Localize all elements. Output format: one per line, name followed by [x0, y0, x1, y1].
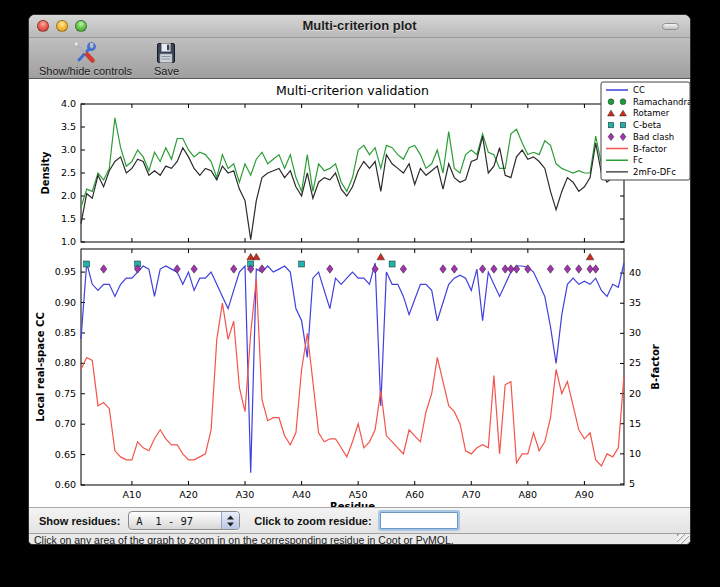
- status-text: Click on any area of the graph to zoom i…: [34, 534, 454, 545]
- svg-text:5: 5: [629, 478, 635, 489]
- toolbar-button-label: Show/hide controls: [39, 65, 132, 77]
- zoom-residue-input[interactable]: [380, 512, 458, 529]
- svg-text:3.0: 3.0: [61, 144, 76, 155]
- svg-text:Residue: Residue: [330, 501, 375, 507]
- svg-text:2.5: 2.5: [61, 167, 76, 178]
- plot-area: A10A20A30A40A50A60A70A80A90Residue1.01.5…: [29, 79, 690, 507]
- svg-text:35: 35: [629, 297, 641, 308]
- svg-text:Bad clash: Bad clash: [633, 132, 674, 142]
- svg-text:0.90: 0.90: [55, 297, 76, 308]
- toolbar-button-label: Save: [154, 65, 179, 77]
- svg-text:25: 25: [629, 357, 641, 368]
- svg-text:3.5: 3.5: [61, 121, 76, 132]
- svg-text:A20: A20: [179, 489, 198, 500]
- svg-text:20: 20: [629, 388, 641, 399]
- svg-text:Ramachandran: Ramachandran: [633, 97, 691, 107]
- svg-text:A30: A30: [236, 489, 255, 500]
- svg-text:A60: A60: [405, 489, 424, 500]
- svg-text:30: 30: [629, 327, 641, 338]
- plot-canvas[interactable]: A10A20A30A40A50A60A70A80A90Residue1.01.5…: [29, 79, 691, 507]
- svg-text:2.0: 2.0: [61, 190, 76, 201]
- stepper-arrows-icon: [221, 512, 239, 529]
- svg-text:A10: A10: [123, 489, 142, 500]
- svg-text:0.85: 0.85: [55, 327, 76, 338]
- show-residues-label: Show residues:: [39, 515, 120, 527]
- svg-text:0.95: 0.95: [55, 266, 76, 277]
- svg-text:0.75: 0.75: [55, 388, 76, 399]
- svg-text:A70: A70: [462, 489, 481, 500]
- show-hide-controls-button[interactable]: Show/hide controls: [39, 38, 132, 77]
- tools-icon: [72, 40, 98, 65]
- save-icon: [154, 40, 178, 65]
- app-window: Multi-criterion plot Show/hide controls: [28, 14, 691, 545]
- svg-text:10: 10: [629, 448, 641, 459]
- control-bar: Show residues: A 1 - 97 Click to zoom re…: [29, 507, 690, 533]
- status-bar: Click on any area of the graph to zoom i…: [29, 533, 690, 545]
- svg-text:A50: A50: [349, 489, 368, 500]
- zoom-residue-label: Click to zoom residue:: [254, 515, 371, 527]
- svg-text:B-factor: B-factor: [650, 344, 661, 389]
- svg-text:A80: A80: [519, 489, 538, 500]
- svg-text:15: 15: [629, 418, 641, 429]
- svg-text:4.0: 4.0: [61, 98, 76, 109]
- svg-text:A90: A90: [575, 489, 594, 500]
- svg-text:0.65: 0.65: [55, 449, 76, 460]
- svg-text:0.70: 0.70: [55, 418, 76, 429]
- toolbar: Show/hide controls Save: [29, 38, 690, 79]
- svg-text:Rotamer: Rotamer: [633, 108, 670, 118]
- svg-text:A40: A40: [292, 489, 311, 500]
- svg-text:1.5: 1.5: [61, 213, 76, 224]
- svg-text:Multi-criterion validation: Multi-criterion validation: [276, 83, 429, 98]
- titlebar[interactable]: Multi-criterion plot: [29, 15, 690, 38]
- svg-text:C-beta: C-beta: [633, 120, 661, 130]
- svg-text:0.60: 0.60: [55, 479, 76, 490]
- residue-range-select[interactable]: A 1 - 97: [128, 511, 240, 530]
- svg-text:0.80: 0.80: [55, 357, 76, 368]
- svg-text:CC: CC: [633, 85, 645, 95]
- svg-text:2mFo-DFc: 2mFo-DFc: [633, 167, 676, 177]
- toolbar-toggle-button[interactable]: [662, 23, 679, 30]
- svg-text:Density: Density: [40, 151, 51, 194]
- resize-grip[interactable]: [677, 534, 689, 545]
- svg-text:40: 40: [629, 267, 641, 278]
- screen: Multi-criterion plot Show/hide controls: [0, 0, 720, 587]
- save-button[interactable]: Save: [154, 38, 179, 77]
- svg-text:Fc: Fc: [633, 155, 643, 165]
- svg-text:Local real-space CC: Local real-space CC: [35, 312, 46, 422]
- svg-text:1.0: 1.0: [61, 236, 76, 247]
- svg-text:B-factor: B-factor: [633, 144, 667, 154]
- window-title: Multi-criterion plot: [29, 18, 690, 33]
- residue-range-value: A 1 - 97: [129, 515, 221, 527]
